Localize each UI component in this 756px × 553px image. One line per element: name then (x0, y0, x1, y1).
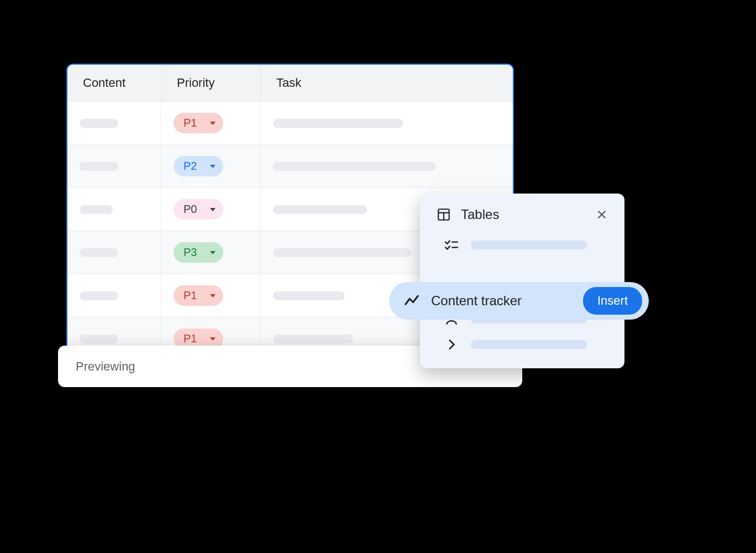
panel-item-placeholder (471, 241, 587, 249)
task-placeholder (273, 162, 436, 171)
chevron-right-icon (444, 337, 459, 352)
priority-label: P1 (183, 289, 197, 302)
content-placeholder (80, 162, 118, 171)
column-header-priority: Priority (161, 65, 261, 101)
task-placeholder (273, 119, 403, 128)
tables-panel: Tables (420, 194, 624, 368)
template-label: Content tracker (431, 293, 572, 309)
chevron-down-icon (210, 122, 216, 125)
panel-item-more[interactable] (444, 337, 611, 352)
panel-item-checklist[interactable] (444, 238, 611, 252)
panel-item-placeholder (471, 340, 587, 349)
table-header-row: Content Priority Task (67, 65, 513, 102)
priority-label: P3 (183, 246, 197, 259)
priority-label: P0 (183, 203, 197, 216)
checklist-icon (444, 238, 459, 252)
preview-footer-label: Previewing (76, 359, 135, 374)
priority-label: P1 (183, 117, 197, 129)
chevron-down-icon (210, 251, 216, 254)
cell-content (67, 145, 161, 187)
content-placeholder (80, 119, 118, 128)
priority-pill[interactable]: P0 (174, 199, 223, 220)
priority-pill[interactable]: P2 (174, 156, 223, 176)
cell-content (67, 274, 161, 317)
content-placeholder (80, 291, 118, 300)
close-button[interactable] (596, 208, 608, 221)
cell-task (261, 102, 513, 144)
content-placeholder (80, 248, 118, 257)
chevron-down-icon (210, 208, 216, 211)
content-placeholder (80, 335, 118, 343)
chevron-down-icon (210, 337, 216, 341)
cell-content (67, 188, 161, 231)
cell-priority: P3 (161, 231, 261, 274)
cell-priority: P1 (161, 274, 261, 317)
cell-priority: P0 (161, 188, 261, 231)
table-row: P2 (67, 145, 513, 188)
task-placeholder (273, 205, 367, 214)
cell-content (67, 231, 161, 274)
task-placeholder (273, 291, 345, 300)
task-placeholder (273, 248, 411, 257)
priority-pill[interactable]: P3 (174, 242, 223, 263)
template-content-tracker[interactable]: Content tracker Insert (389, 282, 649, 320)
cell-priority: P2 (161, 145, 261, 187)
cell-task (261, 145, 513, 187)
priority-pill[interactable]: P1 (174, 285, 223, 306)
table-icon (437, 207, 451, 222)
close-icon (596, 208, 608, 221)
table-row: P1 (67, 102, 513, 145)
trend-icon (403, 293, 420, 309)
chevron-down-icon (210, 165, 216, 168)
content-placeholder (80, 205, 113, 214)
task-placeholder (273, 335, 353, 343)
insert-button[interactable]: Insert (583, 287, 642, 315)
priority-label: P2 (183, 160, 197, 173)
priority-pill[interactable]: P1 (174, 113, 223, 133)
chevron-down-icon (210, 294, 216, 298)
tables-panel-title: Tables (461, 207, 499, 222)
priority-label: P1 (183, 332, 197, 345)
column-header-content: Content (67, 65, 161, 101)
cell-content (67, 102, 161, 144)
column-header-task: Task (261, 65, 513, 101)
cell-priority: P1 (161, 102, 261, 144)
tables-panel-header: Tables (433, 207, 611, 222)
